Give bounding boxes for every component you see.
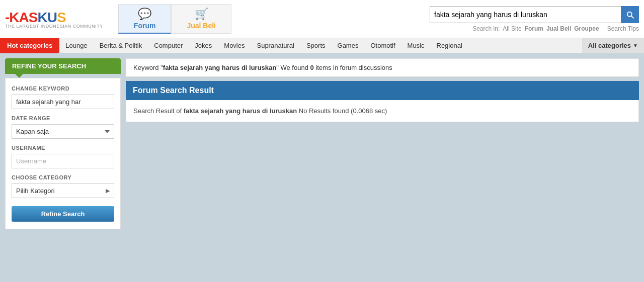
jualbeli-tab-label: Jual Beli <box>187 22 216 30</box>
content-area: REFINE YOUR SEARCH CHANGE KEYWORD DATE R… <box>0 53 644 234</box>
category-select-value: Pilih Kategori <box>16 187 55 195</box>
main-content: Keyword "fakta sejarah yang harus di lur… <box>126 58 639 229</box>
result-pre: Keyword " <box>133 64 163 71</box>
search-opt-jualbeli[interactable]: Jual Beli <box>546 25 571 32</box>
category-arrow-icon: ▶ <box>106 187 110 194</box>
logo: -KASKUS THE LARGEST INDONESIAN COMMUNITY <box>5 10 103 29</box>
logo-kus: S <box>57 10 66 25</box>
forum-result-body: Search Result of fakta sejarah yang haru… <box>126 100 639 122</box>
choose-category-label: CHOOSE CATEGORY <box>12 174 114 180</box>
forum-tab[interactable]: 💬 Forum <box>118 4 172 34</box>
refine-search-button[interactable]: Refine Search <box>12 206 114 222</box>
search-box-row <box>430 6 639 23</box>
keyword-input[interactable] <box>12 95 114 109</box>
search-opt-forum[interactable]: Forum <box>525 25 543 32</box>
result-post: " We found <box>276 64 310 71</box>
header: -KASKUS THE LARGEST INDONESIAN COMMUNITY… <box>0 0 644 38</box>
search-button[interactable] <box>621 6 639 23</box>
logo-k: -KAS <box>5 10 37 25</box>
search-opt-allsite[interactable]: All Site <box>503 25 521 32</box>
date-range-label: DATE RANGE <box>12 115 114 121</box>
sidebar: REFINE YOUR SEARCH CHANGE KEYWORD DATE R… <box>5 58 121 229</box>
search-area: Search in: All Site Forum Jual Beli Grou… <box>430 6 639 32</box>
header-tabs: 💬 Forum 🛒 Jual Beli <box>118 4 231 34</box>
search-tips-link[interactable]: Search Tips <box>607 25 639 32</box>
navbar: Hot categories Lounge Berita & Politik C… <box>0 38 644 53</box>
jualbeli-icon: 🛒 <box>195 8 208 21</box>
nav-music[interactable]: Music <box>401 38 431 53</box>
chevron-down-icon: ▼ <box>633 43 638 48</box>
forum-result-pre: Search Result of <box>133 107 184 115</box>
result-keyword: fakta sejarah yang harus di luruskan <box>163 64 276 71</box>
forum-result-header: Forum Search Result <box>126 81 639 100</box>
forum-result-panel: Forum Search Result Search Result of fak… <box>126 81 639 122</box>
username-label: USERNAME <box>12 145 114 151</box>
search-options: Search in: All Site Forum Jual Beli Grou… <box>472 25 639 32</box>
search-in-label: Search in: <box>472 25 500 32</box>
result-suffix: items in forum discussions <box>314 64 392 71</box>
nav-sports[interactable]: Sports <box>300 38 332 53</box>
forum-result-keyword: fakta sejarah yang harus di luruskan <box>184 107 297 115</box>
sidebar-inner: CHANGE KEYWORD DATE RANGE Kapan saja Har… <box>5 78 121 229</box>
jualbeli-tab[interactable]: 🛒 Jual Beli <box>171 4 231 34</box>
nav-otomotif[interactable]: Otomotif <box>364 38 401 53</box>
search-opt-groupee[interactable]: Groupee <box>574 25 599 32</box>
logo-subtitle: THE LARGEST INDONESIAN COMMUNITY <box>5 24 103 29</box>
forum-result-post: No Results found (0.0068 sec) <box>297 107 387 115</box>
forum-tab-label: Forum <box>134 22 156 30</box>
search-icon <box>625 10 634 19</box>
nav-supranatural[interactable]: Supranatural <box>251 38 300 53</box>
nav-all-categories[interactable]: All categories ▼ <box>582 38 644 53</box>
nav-games[interactable]: Games <box>332 38 365 53</box>
nav-computer[interactable]: Computer <box>148 38 189 53</box>
change-keyword-label: CHANGE KEYWORD <box>12 85 114 91</box>
search-input[interactable] <box>430 6 621 23</box>
date-range-select[interactable]: Kapan saja Hari ini Minggu ini Bulan ini <box>12 124 114 139</box>
nav-regional[interactable]: Regional <box>431 38 468 53</box>
forum-icon: 💬 <box>138 8 151 21</box>
username-input[interactable] <box>12 154 114 168</box>
nav-jokes[interactable]: Jokes <box>189 38 218 53</box>
category-select[interactable]: Pilih Kategori ▶ <box>12 183 114 198</box>
logo-as: KU <box>37 10 56 25</box>
nav-berita[interactable]: Berita & Politik <box>94 38 148 53</box>
logo-area: -KASKUS THE LARGEST INDONESIAN COMMUNITY <box>5 10 103 29</box>
result-count: 0 <box>310 64 313 71</box>
hot-categories-button[interactable]: Hot categories <box>0 38 59 53</box>
refine-header[interactable]: REFINE YOUR SEARCH <box>5 58 121 74</box>
result-banner: Keyword "fakta sejarah yang harus di lur… <box>126 58 639 77</box>
nav-movies[interactable]: Movies <box>218 38 251 53</box>
nav-lounge[interactable]: Lounge <box>59 38 93 53</box>
